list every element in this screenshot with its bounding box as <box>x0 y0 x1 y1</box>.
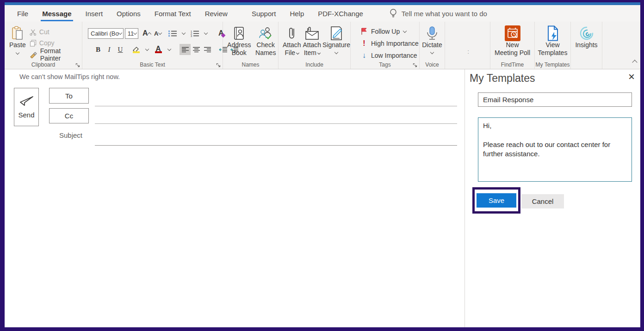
grow-font-icon: A <box>142 29 148 37</box>
view-templates-button[interactable]: View Templates <box>536 22 570 61</box>
italic-button[interactable]: I <box>104 44 115 55</box>
font-size-select[interactable]: 11 <box>125 28 139 39</box>
attach-item-button[interactable]: Attach Item <box>303 22 322 61</box>
tab-pdf-xchange[interactable]: PDF-XChange <box>311 5 370 22</box>
paste-clipboard-icon <box>11 25 24 41</box>
check-names-button[interactable]: Check Names <box>254 22 279 61</box>
numbering-icon: 123 <box>190 30 199 37</box>
cancel-button[interactable]: Cancel <box>521 194 564 208</box>
clipboard-dialog-launcher-icon[interactable] <box>75 63 80 67</box>
signature-label: Signature <box>322 41 350 49</box>
high-importance-button[interactable]: ! High Importance <box>361 37 419 49</box>
to-button[interactable]: To <box>49 88 89 104</box>
names-group-label: Names <box>223 61 278 68</box>
group-overflow: : <box>445 22 490 69</box>
tab-message[interactable]: Message <box>35 5 78 22</box>
insights-button[interactable]: Insights <box>575 22 597 61</box>
template-name-input[interactable] <box>478 92 632 107</box>
attach-file-label-2: File <box>285 49 299 57</box>
new-meeting-poll-label-2: Meeting Poll <box>495 49 530 57</box>
tab-help[interactable]: Help <box>283 5 311 22</box>
mailtips-bar: We can't show MailTips right now. <box>5 69 464 80</box>
low-importance-button[interactable]: ↓ Low Importance <box>361 49 419 61</box>
new-meeting-poll-button[interactable]: New Meeting Poll <box>491 22 534 61</box>
tab-insert[interactable]: Insert <box>79 5 110 22</box>
low-importance-label: Low Importance <box>371 52 417 59</box>
numbering-button[interactable]: 123 <box>189 28 200 39</box>
font-color-button[interactable]: A <box>153 44 164 55</box>
highlight-chevron[interactable] <box>142 44 153 55</box>
tell-me-label: Tell me what you want to do <box>402 10 487 18</box>
basic-text-dialog-launcher-icon[interactable] <box>216 63 221 67</box>
collapse-ribbon-button[interactable] <box>633 58 637 66</box>
cc-button[interactable]: Cc <box>49 108 89 123</box>
paste-dropdown-chevron[interactable] <box>16 51 19 55</box>
follow-up-chevron <box>403 29 407 32</box>
cut-button[interactable]: Cut <box>30 26 82 37</box>
format-painter-button[interactable]: Format Painter <box>30 49 82 61</box>
align-right-icon <box>204 47 211 53</box>
envelope-paperclip-icon <box>304 25 320 41</box>
tab-options[interactable]: Options <box>110 5 148 22</box>
address-book-button[interactable]: Address Book <box>227 22 252 61</box>
signature-chevron <box>334 50 338 54</box>
send-button[interactable]: Send <box>14 88 39 126</box>
font-name-value: Calibri (Bo <box>91 30 119 37</box>
numbering-chevron[interactable] <box>200 28 211 39</box>
tab-support[interactable]: Support <box>245 5 283 22</box>
tell-me-box[interactable]: Tell me what you want to do <box>390 8 487 18</box>
paste-button[interactable]: Paste <box>9 22 26 61</box>
font-color-chevron[interactable] <box>164 44 175 55</box>
align-center-icon <box>192 47 200 53</box>
grow-font-button[interactable]: A <box>141 28 152 39</box>
align-left-icon <box>181 47 189 53</box>
cut-label: Cut <box>39 28 50 36</box>
to-field-line[interactable] <box>95 106 457 106</box>
align-left-button[interactable] <box>180 44 191 55</box>
follow-up-button[interactable]: Follow Up <box>361 25 419 37</box>
subject-field-line[interactable] <box>95 145 457 146</box>
bullets-chevron[interactable] <box>178 28 189 39</box>
tab-file[interactable]: File <box>10 5 35 22</box>
tab-review[interactable]: Review <box>198 5 235 22</box>
my-templates-group-label: My Templates <box>535 61 570 68</box>
highlight-button[interactable] <box>130 44 142 55</box>
attach-file-button[interactable]: Attach File <box>282 22 302 61</box>
overflow-mark: : <box>468 49 469 55</box>
template-body-textarea[interactable]: Hi, Please reach out to our contact cent… <box>478 117 632 182</box>
signature-button[interactable]: Signature <box>322 22 350 61</box>
underline-button[interactable]: U <box>115 44 126 55</box>
font-name-chevron <box>118 31 122 34</box>
group-basic-text: Calibri (Bo 11 A A <box>82 22 223 69</box>
new-meeting-poll-icon <box>505 25 520 41</box>
close-icon[interactable]: × <box>628 71 635 82</box>
include-group-label: Include <box>279 61 350 68</box>
lightbulb-icon <box>390 8 397 18</box>
tab-format-text[interactable]: Format Text <box>148 5 198 22</box>
bullets-button[interactable] <box>167 28 178 39</box>
save-highlight-annotation: Save <box>472 187 520 214</box>
my-templates-panel: My Templates × Hi, Please reach out to o… <box>464 69 640 327</box>
message-compose-area: We can't show MailTips right now. Send T… <box>5 69 464 327</box>
svg-text:3: 3 <box>191 35 192 37</box>
bold-button[interactable]: B <box>93 44 104 55</box>
cc-field-line[interactable] <box>95 123 457 124</box>
font-name-select[interactable]: Calibri (Bo <box>88 28 124 39</box>
signature-icon <box>329 25 343 41</box>
basic-text-group-label: Basic Text <box>82 61 223 68</box>
group-include: Attach File Attach Item Signature Includ… <box>279 22 351 69</box>
align-center-button[interactable] <box>191 44 202 55</box>
font-size-chevron <box>133 31 137 34</box>
check-names-label-1: Check <box>256 41 275 49</box>
panel-title: My Templates <box>470 72 535 85</box>
address-book-label-1: Address <box>227 41 251 49</box>
voice-group-label: Voice <box>420 61 445 68</box>
tags-dialog-launcher-icon[interactable] <box>413 63 417 67</box>
group-names: Address Book Check Names Names <box>223 22 279 69</box>
align-right-button[interactable] <box>202 44 213 55</box>
outlook-message-window: File Message Insert Options Format Text … <box>5 5 640 327</box>
shrink-font-button[interactable]: A <box>152 28 163 39</box>
save-button[interactable]: Save <box>477 193 516 208</box>
dictate-button[interactable]: Dictate <box>422 22 442 61</box>
ribbon: Paste Cut Copy <box>5 22 640 69</box>
